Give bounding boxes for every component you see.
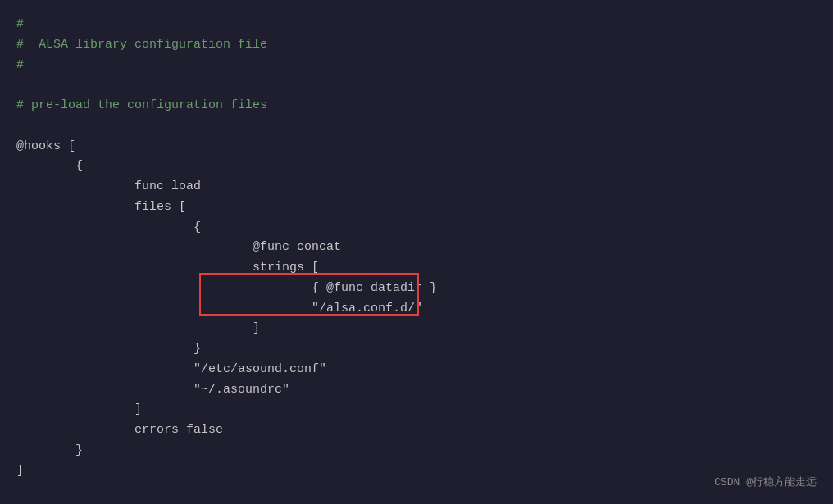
code-line: } bbox=[16, 441, 817, 461]
code-line: # ALSA library configuration file bbox=[16, 35, 817, 56]
code-line: # bbox=[16, 15, 817, 35]
code-line: { bbox=[16, 218, 817, 238]
code-line: @hooks [ bbox=[16, 137, 817, 157]
code-line-highlighted-1: "/etc/asound.conf" bbox=[16, 360, 817, 380]
code-viewer: # # ALSA library configuration file # # … bbox=[0, 0, 833, 504]
code-line bbox=[16, 481, 817, 502]
code-line: "/alsa.conf.d/" bbox=[16, 299, 817, 320]
code-line: # bbox=[16, 56, 817, 76]
code-line: func load bbox=[16, 177, 817, 198]
code-line: ] bbox=[16, 461, 817, 482]
code-line: @func concat bbox=[16, 238, 817, 258]
code-line: # pre-load the configuration files bbox=[16, 96, 817, 116]
code-line: ] bbox=[16, 319, 817, 339]
code-line-highlighted-2: "~/.asoundrc" bbox=[16, 380, 817, 401]
code-line bbox=[16, 75, 817, 96]
watermark: CSDN @行稳方能走远 bbox=[714, 474, 817, 489]
code-line bbox=[16, 116, 817, 137]
code-line: ] bbox=[16, 400, 817, 420]
code-line: { bbox=[16, 157, 817, 177]
code-line: } bbox=[16, 339, 817, 360]
code-line: errors false bbox=[16, 420, 817, 441]
code-line: { @func datadir } bbox=[16, 279, 817, 299]
code-line: strings [ bbox=[16, 258, 817, 279]
code-line: files [ bbox=[16, 198, 817, 218]
